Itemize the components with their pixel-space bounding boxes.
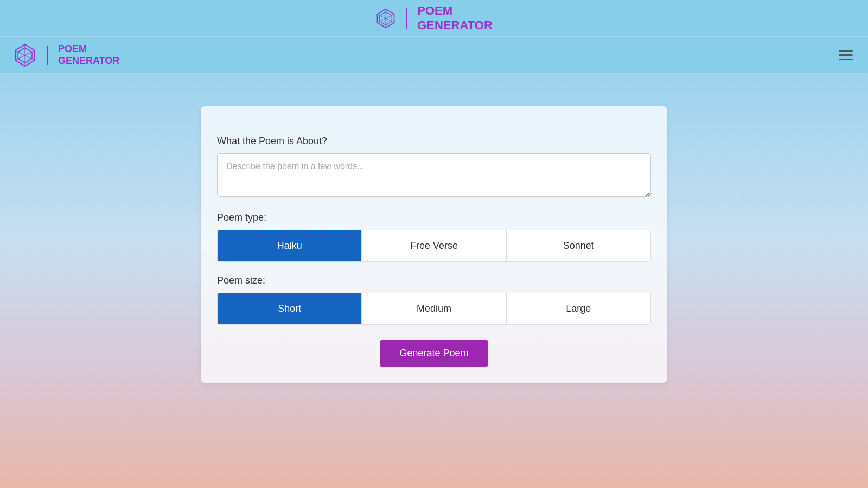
about-label: What the Poem is About? [217, 136, 651, 147]
poem-description-input[interactable] [217, 153, 651, 197]
top-banner: POEM GENERATOR [0, 0, 868, 37]
hamburger-line-2 [839, 54, 853, 56]
poem-type-label: Poem type: [217, 212, 651, 223]
main-content: What the Poem is About? Poem type: Haiku… [0, 74, 868, 404]
poem-type-btn-group: Haiku Free Verse Sonnet [217, 230, 651, 262]
header-logo-icon [13, 43, 37, 67]
hamburger-menu-button[interactable] [837, 48, 855, 62]
poem-type-haiku[interactable]: Haiku [218, 230, 362, 261]
generate-section: Generate Poem [217, 340, 651, 367]
poem-size-btn-group: Short Medium Large [217, 293, 651, 325]
poem-size-medium[interactable]: Medium [362, 293, 506, 324]
poem-type-section: Poem type: Haiku Free Verse Sonnet [217, 212, 651, 262]
poem-card: What the Poem is About? Poem type: Haiku… [201, 106, 667, 383]
poem-size-short[interactable]: Short [218, 293, 362, 324]
banner-logo: POEM GENERATOR [375, 4, 493, 33]
hamburger-line-1 [839, 50, 853, 52]
poem-size-section: Poem size: Short Medium Large [217, 275, 651, 325]
poem-type-free-verse[interactable]: Free Verse [362, 230, 506, 261]
header-logo-text: POEM GENERATOR [58, 43, 119, 67]
poem-size-large[interactable]: Large [507, 293, 650, 324]
hamburger-line-3 [839, 59, 853, 60]
about-section: What the Poem is About? [217, 136, 651, 199]
logo-divider [47, 46, 48, 65]
banner-logo-icon [375, 8, 396, 29]
generate-poem-button[interactable]: Generate Poem [380, 340, 488, 367]
poem-size-label: Poem size: [217, 275, 651, 286]
banner-logo-text: POEM GENERATOR [417, 4, 493, 33]
header-logo[interactable]: POEM GENERATOR [13, 43, 119, 67]
header: POEM GENERATOR [0, 37, 868, 74]
poem-type-sonnet[interactable]: Sonnet [507, 230, 650, 261]
banner-divider [406, 8, 407, 29]
